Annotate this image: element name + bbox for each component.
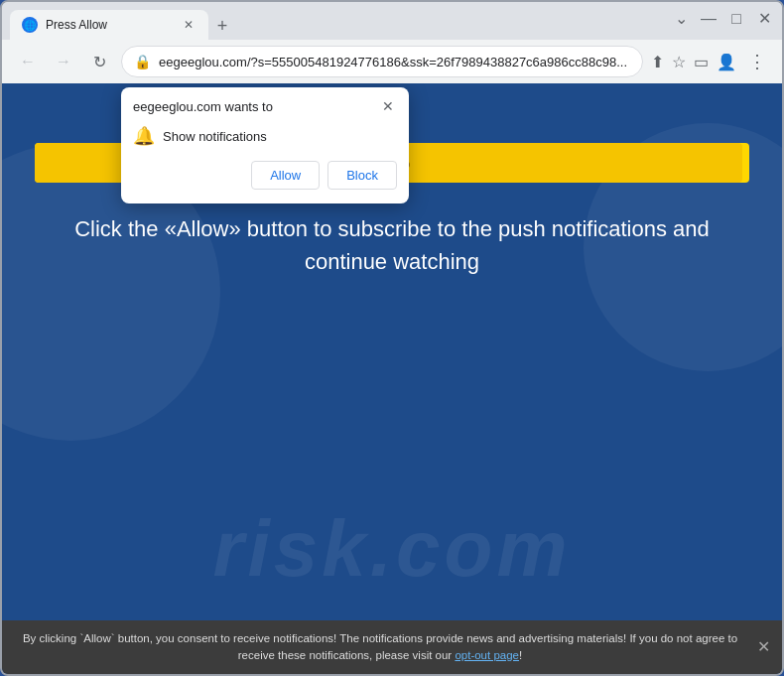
watermark: risk.com [212,503,571,595]
notification-popup: eegeeglou.com wants to ✕ 🔔 Show notifica… [121,87,409,203]
tab-close-button[interactable]: ✕ [181,17,196,33]
maximize-button[interactable]: □ [726,11,746,27]
back-button[interactable]: ← [14,48,42,75]
window-controls: ⌄ — □ ✕ [671,11,774,31]
bottom-banner: By clicking `Allow` button, you consent … [2,620,782,675]
browser-menu-button[interactable]: ⋮ [744,51,770,72]
active-tab[interactable]: 🌐 Press Allow ✕ [10,10,208,40]
split-view-icon[interactable]: ▭ [694,53,709,71]
banner-close-button[interactable]: ✕ [757,635,770,659]
url-field[interactable]: 🔒 eegeeglou.com/?s=555005481924776186&ss… [121,46,643,77]
profile-icon[interactable]: 👤 [717,53,736,71]
address-bar: ← → ↻ 🔒 eegeeglou.com/?s=555005481924776… [2,40,782,83]
block-button[interactable]: Block [327,161,397,190]
lock-icon: 🔒 [134,54,151,69]
title-bar: 🌐 Press Allow ✕ + ⌄ — □ ✕ [2,2,782,40]
url-actions: ⬆ ☆ ▭ 👤 ⋮ [651,51,770,72]
opt-out-link[interactable]: opt-out page [455,649,519,661]
share-icon[interactable]: ⬆ [651,53,664,71]
popup-header: eegeeglou.com wants to ✕ [133,99,397,115]
url-text: eegeeglou.com/?s=555005481924776186&ssk=… [159,55,630,69]
popup-site-name: eegeeglou.com wants to [133,99,273,114]
popup-notification-row: 🔔 Show notifications [133,125,397,147]
banner-text-after-link: ! [519,649,522,661]
tab-title: Press Allow [46,18,173,32]
minimize-button[interactable]: — [699,11,719,27]
reload-button[interactable]: ↻ [85,48,113,75]
forward-button[interactable]: → [50,48,77,75]
bookmark-icon[interactable]: ☆ [672,53,686,71]
bell-icon: 🔔 [133,125,155,147]
tab-area: 🌐 Press Allow ✕ + [10,2,667,40]
chevron-down-icon[interactable]: ⌄ [671,11,691,27]
browser-window: 🌐 Press Allow ✕ + ⌄ — □ ✕ ← → ↻ 🔒 eegeeg… [0,0,784,676]
allow-button[interactable]: Allow [251,161,320,190]
page-content: risk.com 99% Click the «Allow» button to… [2,83,782,674]
popup-show-text: Show notifications [163,129,267,144]
tab-favicon: 🌐 [22,17,38,33]
main-message: Click the «Allow» button to subscribe to… [74,212,710,278]
new-tab-button[interactable]: + [208,12,236,40]
popup-buttons: Allow Block [133,161,397,190]
popup-close-button[interactable]: ✕ [379,97,397,115]
banner-text-before-link: By clicking `Allow` button, you consent … [23,632,737,661]
close-button[interactable]: ✕ [754,11,774,27]
